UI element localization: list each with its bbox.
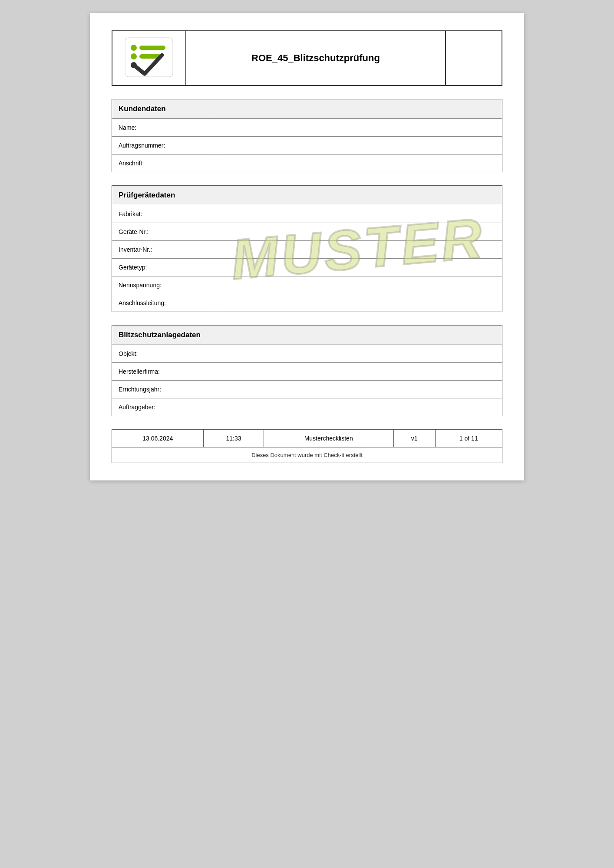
pruef-label-geraete-nr: Geräte-Nr.: [112, 223, 216, 240]
blitzschutz-section: Blitzschutzanlagedaten Objekt: Herstelle… [112, 325, 502, 416]
blitz-row-objekt: Objekt: [112, 345, 502, 363]
blitz-row-herstellerfirma: Herstellerfirma: [112, 363, 502, 381]
footer-version: v1 [393, 430, 435, 447]
kundendaten-label-anschrift: Anschrift: [112, 155, 216, 172]
page: ROE_45_Blitzschutzprüfung Kundendaten Na… [90, 13, 524, 480]
kundendaten-value-auftrag [216, 137, 502, 154]
footer-time: 11:33 [204, 430, 264, 447]
svg-point-1 [131, 45, 137, 51]
header-table: ROE_45_Blitzschutzprüfung [112, 30, 502, 86]
pruef-value-nennspannung [216, 276, 502, 294]
blitz-value-errichtungsjahr [216, 381, 502, 398]
blitzschutz-header: Blitzschutzanlagedaten [112, 326, 502, 345]
kundendaten-value-name [216, 119, 502, 136]
blitz-label-errichtungsjahr: Errichtungsjahr: [112, 381, 216, 398]
pruef-value-fabrikat [216, 205, 502, 223]
pruef-value-inventar-nr [216, 241, 502, 258]
header-title: ROE_45_Blitzschutzprüfung [186, 31, 446, 85]
kundendaten-section: Kundendaten Name: Auftragsnummer: Anschr… [112, 99, 502, 172]
footer-bottom-table: Dieses Dokument wurde mit Check-it erste… [112, 447, 502, 463]
svg-rect-4 [139, 46, 165, 50]
pruef-row-geraetetyp: Gerätetyp: [112, 259, 502, 276]
pruef-label-anschlussleitung: Anschlussleitung: [112, 294, 216, 312]
logo-icon [123, 36, 175, 79]
kundendaten-label-auftrag: Auftragsnummer: [112, 137, 216, 154]
pruef-row-nennspannung: Nennspannung: [112, 276, 502, 294]
pruefgeraetedaten-section: MUSTER Prüfgerätedaten Fabrikat: Geräte-… [112, 185, 502, 312]
pruef-label-inventar-nr: Inventar-Nr.: [112, 241, 216, 258]
logo-cell [112, 31, 186, 85]
footer-table: 13.06.2024 11:33 Musterchecklisten v1 1 … [112, 429, 502, 447]
kundendaten-label-name: Name: [112, 119, 216, 136]
kundendaten-value-anschrift [216, 155, 502, 172]
blitz-row-auftraggeber: Auftraggeber: [112, 398, 502, 416]
pruef-row-geraete-nr: Geräte-Nr.: [112, 223, 502, 241]
pruef-row-fabrikat: Fabrikat: [112, 205, 502, 223]
kundendaten-header: Kundendaten [112, 99, 502, 119]
svg-point-2 [131, 53, 137, 59]
pruef-label-nennspannung: Nennspannung: [112, 276, 216, 294]
footer-source: Musterchecklisten [264, 430, 393, 447]
blitz-label-auftraggeber: Auftraggeber: [112, 398, 216, 416]
kundendaten-row-anschrift: Anschrift: [112, 155, 502, 172]
pruefgeraetedaten-header: Prüfgerätedaten [112, 186, 502, 205]
pruef-label-geraetetyp: Gerätetyp: [112, 259, 216, 276]
header-empty [446, 31, 502, 85]
blitz-value-objekt [216, 345, 502, 362]
pruef-row-inventar-nr: Inventar-Nr.: [112, 241, 502, 259]
pruef-value-geraetetyp [216, 259, 502, 276]
footer-date: 13.06.2024 [112, 430, 204, 447]
blitz-row-errichtungsjahr: Errichtungsjahr: [112, 381, 502, 398]
footer-credit: Dieses Dokument wurde mit Check-it erste… [112, 447, 502, 463]
footer-page: 1 of 11 [435, 430, 502, 447]
blitz-value-auftraggeber [216, 398, 502, 416]
pruef-label-fabrikat: Fabrikat: [112, 205, 216, 223]
kundendaten-row-auftrag: Auftragsnummer: [112, 137, 502, 155]
kundendaten-row-name: Name: [112, 119, 502, 137]
pruef-value-geraete-nr [216, 223, 502, 240]
blitz-label-objekt: Objekt: [112, 345, 216, 362]
pruef-value-anschlussleitung [216, 294, 502, 312]
blitz-label-herstellerfirma: Herstellerfirma: [112, 363, 216, 380]
blitz-value-herstellerfirma [216, 363, 502, 380]
pruef-row-anschlussleitung: Anschlussleitung: [112, 294, 502, 312]
